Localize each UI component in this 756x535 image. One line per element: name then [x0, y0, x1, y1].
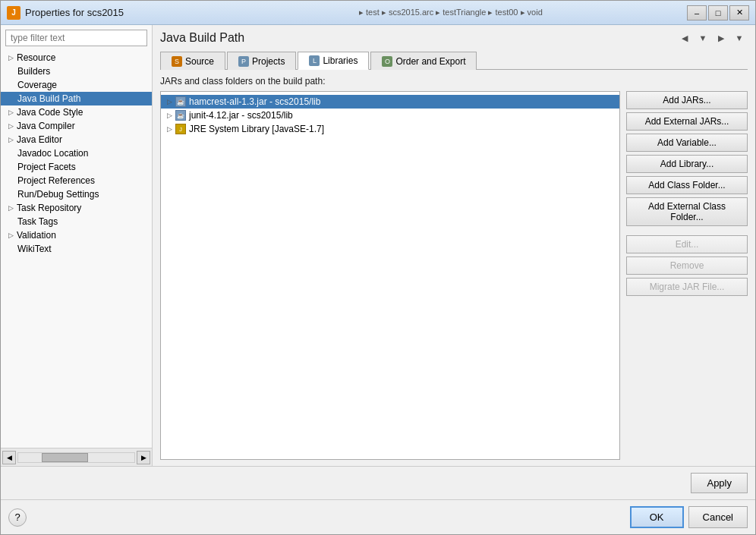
tab-label: Order and Export	[395, 56, 465, 67]
action-button-5[interactable]: Add External Class Folder...	[626, 197, 748, 226]
sidebar-item[interactable]: Java Editor	[1, 133, 152, 146]
expand-icon: ▷	[167, 112, 172, 119]
action-button-4[interactable]: Add Class Folder...	[626, 176, 748, 194]
sidebar-item[interactable]: Run/Debug Settings	[1, 187, 152, 201]
scroll-right-button[interactable]: ▶	[137, 451, 150, 464]
content-area: ResourceBuildersCoverageJava Build PathJ…	[1, 25, 755, 466]
action-button-7: Remove	[626, 256, 748, 275]
jars-list: ▷☕hamcrest-all-1.3.jar - scs2015/lib▷☕ju…	[160, 91, 620, 460]
jar-item[interactable]: ▷☕hamcrest-all-1.3.jar - scs2015/lib	[161, 95, 619, 109]
sidebar-item[interactable]: Validation	[1, 228, 152, 242]
apply-button[interactable]: Apply	[691, 473, 748, 493]
maximize-button[interactable]: □	[708, 5, 728, 20]
tab-order-and-export[interactable]: OOrder and Export	[370, 52, 477, 70]
jar-icon: ☕	[175, 96, 186, 107]
help-button[interactable]: ?	[8, 508, 27, 527]
sidebar-item[interactable]: Resource	[1, 51, 152, 65]
sidebar-scrollbar: ◀ ▶	[1, 448, 152, 466]
apply-bar: Apply	[1, 466, 755, 499]
expand-icon: ▷	[167, 125, 172, 133]
tab-libraries[interactable]: LLibraries	[298, 52, 369, 70]
close-button[interactable]: ✕	[729, 5, 749, 20]
order-icon: O	[382, 56, 392, 67]
dialog-title: Properties for scs2015	[25, 7, 353, 18]
sidebar-item[interactable]: Java Build Path	[1, 92, 152, 105]
jar-item[interactable]: ▷JJRE System Library [JavaSE-1.7]	[161, 122, 619, 136]
app-icon: J	[7, 6, 20, 20]
nav-back-button[interactable]: ◀	[676, 31, 693, 45]
jars-area: ▷☕hamcrest-all-1.3.jar - scs2015/lib▷☕ju…	[160, 91, 748, 460]
sidebar-item[interactable]: Builders	[1, 65, 152, 78]
panel-header: Java Build Path ◀ ▼ ▶ ▼	[160, 31, 748, 45]
jar-label: junit-4.12.jar - scs2015/lib	[189, 110, 293, 121]
sidebar-tree: ResourceBuildersCoverageJava Build PathJ…	[1, 49, 152, 448]
button-separator	[626, 229, 748, 232]
scroll-left-button[interactable]: ◀	[2, 451, 16, 464]
jars-label: JARs and class folders on the build path…	[160, 76, 748, 87]
minimize-button[interactable]: –	[687, 5, 707, 20]
title-bar: J Properties for scs2015 ▸ test ▸ scs201…	[1, 1, 755, 25]
tab-projects[interactable]: PProjects	[227, 52, 296, 70]
sidebar: ResourceBuildersCoverageJava Build PathJ…	[1, 25, 153, 466]
window-controls: – □ ✕	[687, 5, 749, 20]
ok-button[interactable]: OK	[630, 506, 684, 528]
action-button-1[interactable]: Add External JARs...	[626, 112, 748, 131]
tab-label: Source	[185, 56, 214, 67]
tabs-row: SSourcePProjectsLLibrariesOOrder and Exp…	[160, 51, 748, 70]
sidebar-item[interactable]: Project References	[1, 174, 152, 187]
action-button-2[interactable]: Add Variable...	[626, 134, 748, 152]
jar-item[interactable]: ▷☕junit-4.12.jar - scs2015/lib	[161, 109, 619, 122]
nav-forward-button[interactable]: ▶	[713, 31, 729, 45]
properties-dialog: J Properties for scs2015 ▸ test ▸ scs201…	[0, 0, 756, 535]
action-button-6: Edit...	[626, 235, 748, 253]
libraries-icon: L	[309, 55, 320, 66]
scroll-thumb	[42, 453, 88, 462]
sidebar-item[interactable]: Task Repository	[1, 201, 152, 215]
tab-source[interactable]: SSource	[160, 52, 225, 70]
source-icon: S	[172, 56, 182, 67]
action-button-8: Migrate JAR File...	[626, 278, 748, 296]
cancel-button[interactable]: Cancel	[688, 506, 748, 528]
projects-icon: P	[238, 56, 249, 67]
scroll-track[interactable]	[17, 452, 135, 463]
breadcrumb: ▸ test ▸ scs2015.arc ▸ testTriangle ▸ te…	[359, 8, 687, 17]
jar-icon: ☕	[175, 110, 186, 121]
buttons-panel: Add JARs...Add External JARs...Add Varia…	[626, 91, 748, 460]
tab-label: Projects	[252, 56, 285, 67]
main-panel: Java Build Path ◀ ▼ ▶ ▼ SSourcePProjects…	[153, 25, 755, 466]
footer-buttons: OK Cancel	[630, 506, 748, 528]
filter-input[interactable]	[5, 30, 147, 46]
jar-label: hamcrest-all-1.3.jar - scs2015/lib	[189, 96, 320, 107]
action-button-0[interactable]: Add JARs...	[626, 91, 748, 109]
sidebar-item[interactable]: Java Code Style	[1, 105, 152, 119]
build-content: JARs and class folders on the build path…	[160, 76, 748, 460]
panel-title: Java Build Path	[160, 31, 244, 45]
footer-bar: ? OK Cancel	[1, 499, 755, 534]
sidebar-item[interactable]: Java Compiler	[1, 119, 152, 133]
nav-dropdown-button[interactable]: ▼	[695, 31, 711, 45]
jre-icon: J	[175, 124, 186, 134]
expand-icon: ▷	[167, 98, 172, 105]
tab-label: Libraries	[323, 55, 358, 66]
sidebar-item[interactable]: Coverage	[1, 78, 152, 92]
sidebar-item[interactable]: WikiText	[1, 242, 152, 256]
sidebar-item[interactable]: Project Facets	[1, 160, 152, 174]
nav-forward-dropdown-button[interactable]: ▼	[731, 31, 748, 45]
nav-arrows: ◀ ▼ ▶ ▼	[676, 31, 748, 45]
sidebar-item[interactable]: Task Tags	[1, 215, 152, 228]
sidebar-item[interactable]: Javadoc Location	[1, 146, 152, 160]
action-button-3[interactable]: Add Library...	[626, 155, 748, 173]
jar-label: JRE System Library [JavaSE-1.7]	[189, 124, 324, 134]
